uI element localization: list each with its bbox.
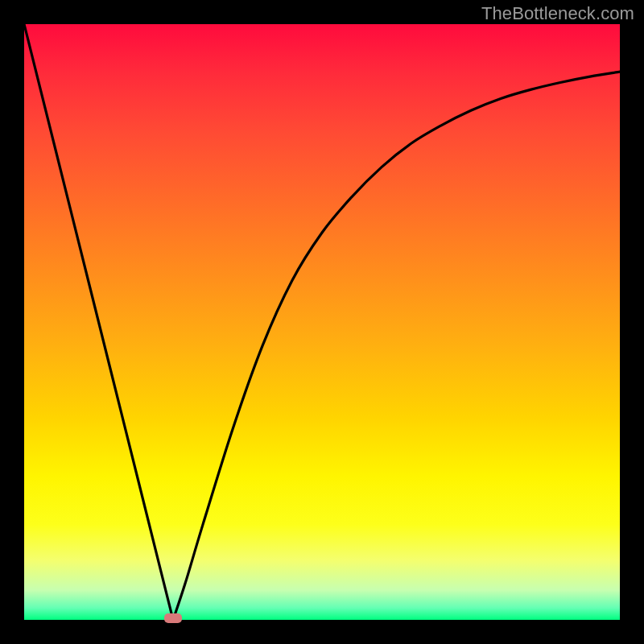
chart-frame: TheBottleneck.com [0, 0, 644, 644]
plot-area [24, 24, 620, 620]
bottleneck-curve [24, 24, 620, 620]
minimum-marker [164, 613, 182, 623]
attribution-text: TheBottleneck.com [481, 3, 634, 24]
